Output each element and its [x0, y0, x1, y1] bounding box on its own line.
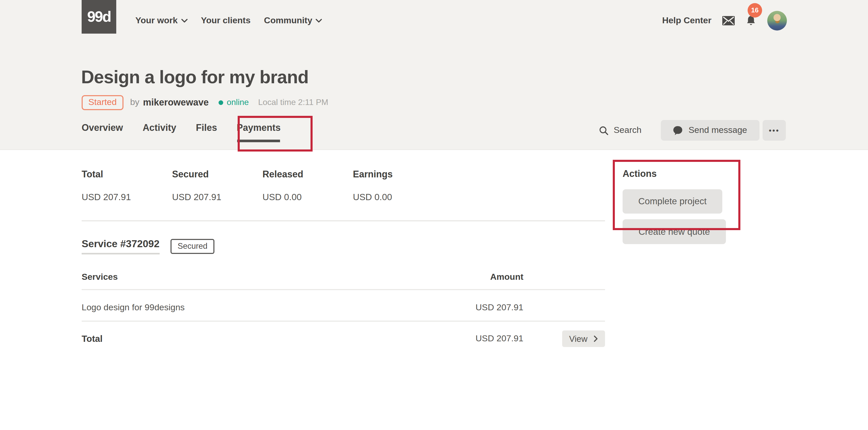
notifications-bell-icon[interactable]: 16	[746, 15, 756, 26]
view-button[interactable]: View	[562, 331, 605, 347]
table-total-row: Total USD 207.91 View	[82, 330, 605, 347]
main-nav: Your work Your clients Community	[135, 0, 322, 41]
99designs-logo[interactable]: 99d	[82, 0, 116, 34]
column-header-services: Services	[82, 272, 440, 282]
by-label: by	[130, 97, 140, 108]
online-dot-icon	[219, 100, 223, 105]
actions-heading: Actions	[623, 169, 657, 179]
local-time: Local time 2:11 PM	[258, 98, 328, 107]
create-new-quote-button[interactable]: Create new quote	[623, 219, 726, 244]
logo-text: 99d	[87, 8, 111, 25]
project-tabs: Overview Activity Files Payments	[82, 122, 281, 136]
search-icon	[598, 125, 609, 135]
nav-item-your-work[interactable]: Your work	[135, 16, 188, 26]
view-label: View	[569, 334, 587, 344]
chevron-right-icon	[594, 336, 598, 342]
tab-payments[interactable]: Payments	[237, 122, 281, 136]
online-status: online	[219, 98, 249, 107]
total-label-cell: Total	[82, 333, 440, 344]
complete-project-button[interactable]: Complete project	[623, 189, 722, 213]
more-actions-button[interactable]: •••	[763, 120, 786, 141]
project-status-row: Started by mikerowewave online Local tim…	[82, 95, 328, 110]
stat-secured: Secured USD 207.91	[172, 169, 262, 203]
search-button[interactable]: Search	[598, 125, 642, 136]
stat-total: Total USD 207.91	[82, 169, 172, 203]
stats-divider	[82, 220, 605, 221]
table-row: Logo design for 99designs USD 207.91	[82, 299, 605, 316]
service-heading-link[interactable]: Service #372092	[82, 238, 159, 254]
search-label: Search	[614, 125, 642, 136]
secured-badge: Secured	[170, 239, 214, 254]
page-title: Design a logo for my brand	[81, 67, 308, 87]
notification-count-badge: 16	[748, 3, 762, 17]
payments-summary: Total USD 207.91 Secured USD 207.91 Rele…	[82, 169, 443, 203]
tab-files[interactable]: Files	[196, 122, 217, 136]
total-amount-cell: USD 207.91	[440, 334, 523, 344]
stat-released: Released USD 0.00	[262, 169, 353, 203]
client-name: mikerowewave	[143, 97, 209, 108]
table-header-row: Services Amount	[82, 272, 605, 282]
tab-overview[interactable]: Overview	[82, 122, 123, 136]
speech-bubble-icon	[673, 125, 683, 135]
project-payments-page: 99d Your work Your clients Community Hel…	[0, 0, 868, 430]
service-name-cell: Logo design for 99designs	[82, 303, 440, 313]
nav-item-community[interactable]: Community	[264, 16, 322, 26]
table-divider	[82, 321, 605, 322]
page-root: 99d Your work Your clients Community Hel…	[0, 0, 868, 430]
user-avatar[interactable]	[767, 11, 787, 30]
online-label: online	[227, 98, 249, 107]
send-message-label: Send message	[688, 125, 747, 136]
column-header-amount: Amount	[440, 272, 523, 282]
mail-icon[interactable]	[722, 16, 735, 25]
status-badge: Started	[82, 95, 123, 110]
help-center-link[interactable]: Help Center	[662, 16, 711, 26]
nav-item-your-clients[interactable]: Your clients	[201, 16, 251, 26]
toolbar: Search Send message •••	[598, 120, 786, 141]
service-header-row: Service #372092 Secured	[82, 238, 215, 254]
table-divider	[82, 289, 605, 290]
stat-earnings: Earnings USD 0.00	[353, 169, 443, 203]
chevron-down-icon	[181, 19, 188, 23]
send-message-button[interactable]: Send message	[660, 120, 760, 141]
nav-right-group: Help Center 16	[662, 0, 787, 41]
tab-activity[interactable]: Activity	[143, 122, 176, 136]
chevron-down-icon	[316, 19, 322, 23]
service-amount-cell: USD 207.91	[440, 303, 523, 313]
